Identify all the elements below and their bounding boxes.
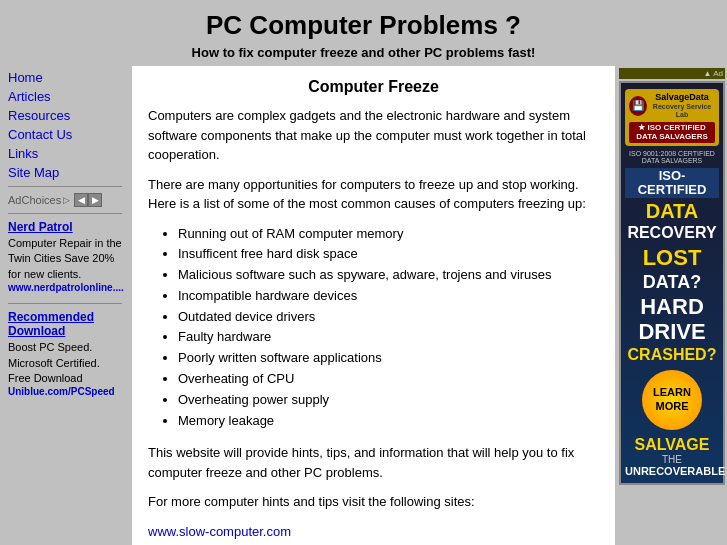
ad-nav-arrows[interactable]: ◀ ▶ (74, 193, 102, 207)
adchoices-label: AdChoices (8, 194, 61, 206)
article-para2: There are many opportunities for compute… (148, 175, 599, 214)
list-item: Insufficent free hard disk space (178, 244, 599, 265)
recommended-desc: Boost PC Speed. Microsoft Certified. Fre… (8, 340, 122, 386)
hard-text: HARD (625, 296, 719, 318)
crashed-text: CRASHED? (625, 346, 719, 364)
causes-list: Running out of RAM computer memory Insuf… (178, 224, 599, 432)
certified-label: ★ ISO CERTIFIED DATA SALVAGERS (629, 122, 715, 143)
list-item: Overheating of CPU (178, 369, 599, 390)
data-recovery-heading: DATA (625, 201, 719, 221)
sidebar-item-home[interactable]: Home (8, 70, 122, 85)
sidebar: Home Articles Resources Contact Us Links… (0, 66, 130, 545)
article-para3: This website will provide hints, tips, a… (148, 443, 599, 482)
sidebar-nav: Home Articles Resources Contact Us Links… (8, 70, 122, 180)
list-item: Overheating power supply (178, 390, 599, 411)
list-item: Outdated device drivers (178, 307, 599, 328)
main-content: Computer Freeze Computers are complex ga… (132, 66, 615, 545)
logo-text: SalvageData Recovery Service Lab (649, 92, 715, 120)
nerd-patrol-url[interactable]: www.nerdpatrolonline.... (8, 282, 122, 293)
recovery-text: RECOVERY (625, 224, 719, 242)
unrecoverable-text: UNRECOVERABLE (625, 465, 719, 477)
recommended-label: Recommended (8, 310, 94, 324)
adchoices-bar: AdChoices ▷ ◀ ▶ (8, 193, 122, 207)
sidebar-ad-nerd-patrol: Nerd Patrol Computer Repair in the Twin … (8, 220, 122, 293)
page-subtitle: How to fix computer freeze and other PC … (0, 45, 727, 60)
article-para1: Computers are complex gadgets and the el… (148, 106, 599, 165)
salvage-data-text: SalvageData (649, 92, 715, 103)
salvage-data-ad[interactable]: 💾 SalvageData Recovery Service Lab ★ ISO… (619, 81, 725, 485)
list-item: Running out of RAM computer memory (178, 224, 599, 245)
more-text: MORE (656, 400, 689, 413)
ad-next-arrow[interactable]: ▶ (88, 193, 102, 207)
sidebar-divider3 (8, 303, 122, 304)
list-item: Memory leakage (178, 411, 599, 432)
download-label: Download (8, 324, 65, 338)
article-para4: For more computer hints and tips visit t… (148, 492, 599, 512)
recommended-download-link[interactable]: Recommended Download (8, 310, 122, 338)
list-item: Incompatible hardware devices (178, 286, 599, 307)
recovery-service-text: Recovery Service Lab (649, 103, 715, 120)
drive-text: DRIVE (625, 321, 719, 343)
recommended-url[interactable]: Uniblue.com/PCSpeed (8, 386, 122, 397)
lost-text: LOST (625, 246, 719, 270)
slow-computer-link[interactable]: www.slow-computer.com (148, 524, 291, 539)
sidebar-item-articles[interactable]: Articles (8, 89, 122, 104)
right-ad: ▲ Ad 💾 SalvageData Recovery Service Lab … (617, 66, 727, 545)
sidebar-item-resources[interactable]: Resources (8, 108, 122, 123)
sidebar-ad-recommended: Recommended Download Boost PC Speed. Mic… (8, 310, 122, 397)
sidebar-item-sitemap[interactable]: Site Map (8, 165, 122, 180)
iso-certified-text: ISO-CERTIFIED (625, 168, 719, 199)
ad-icon: ▷ (63, 195, 70, 205)
sidebar-item-contact[interactable]: Contact Us (8, 127, 122, 142)
ad-top-badge: ▲ Ad (619, 68, 725, 79)
ad-prev-arrow[interactable]: ◀ (74, 193, 88, 207)
list-item: Malicious software such as spyware, adwa… (178, 265, 599, 286)
learn-more-button[interactable]: LEARN MORE (642, 370, 702, 430)
logo-top: 💾 SalvageData Recovery Service Lab (629, 92, 715, 120)
content-area: Home Articles Resources Contact Us Links… (0, 66, 727, 545)
salvage-logo: 💾 SalvageData Recovery Service Lab ★ ISO… (625, 89, 719, 146)
page-title: PC Computer Problems ? (0, 10, 727, 41)
page-header: PC Computer Problems ? How to fix comput… (0, 0, 727, 66)
salvage-icon: 💾 (629, 96, 647, 116)
nerd-patrol-link[interactable]: Nerd Patrol (8, 220, 122, 234)
list-item: Faulty hardware (178, 327, 599, 348)
data-question: DATA? (625, 273, 719, 293)
salvage-bottom-text: SALVAGE (625, 436, 719, 454)
sidebar-divider2 (8, 213, 122, 214)
the-text: THE (625, 454, 719, 465)
nerd-patrol-desc: Computer Repair in the Twin Cities Save … (8, 236, 122, 282)
learn-text: LEARN (653, 386, 691, 399)
iso-text: ISO 9001:2008 CERTIFIED DATA SALVAGERS (625, 150, 719, 164)
article-heading: Computer Freeze (148, 78, 599, 96)
sidebar-divider (8, 186, 122, 187)
list-item: Poorly written software applications (178, 348, 599, 369)
page-wrapper: PC Computer Problems ? How to fix comput… (0, 0, 727, 545)
sidebar-item-links[interactable]: Links (8, 146, 122, 161)
